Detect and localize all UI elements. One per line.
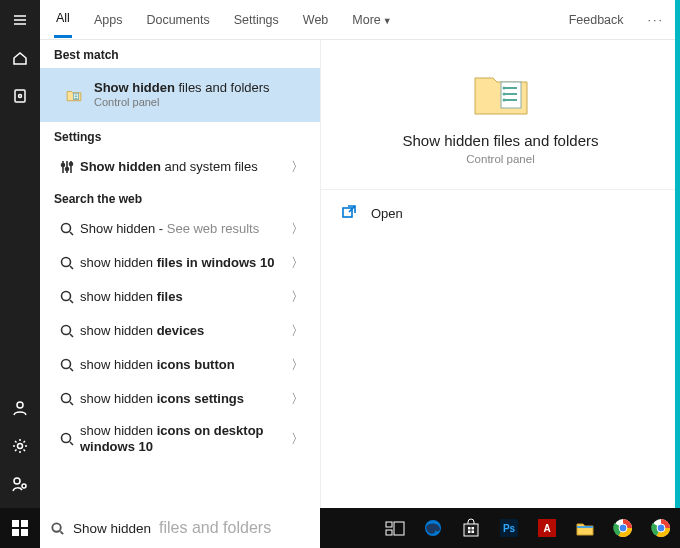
start-rail (0, 0, 40, 508)
svg-rect-28 (386, 530, 392, 535)
tab-documents[interactable]: Documents (144, 3, 211, 37)
taskbar-search[interactable]: Show hidden files and folders (40, 508, 320, 548)
result-web-6[interactable]: show hidden icons on desktop windows 10 … (40, 416, 320, 463)
svg-text:Ps: Ps (503, 523, 516, 534)
svg-rect-34 (468, 531, 471, 534)
svg-point-4 (14, 478, 20, 484)
window-edge (675, 0, 680, 508)
document-icon[interactable] (12, 88, 28, 108)
svg-point-8 (66, 168, 69, 171)
hamburger-icon[interactable] (12, 12, 28, 32)
svg-rect-0 (15, 90, 25, 102)
svg-point-2 (17, 402, 23, 408)
power-icon[interactable] (12, 476, 28, 496)
svg-point-14 (62, 360, 71, 369)
svg-text:A: A (543, 523, 550, 534)
feedback-link[interactable]: Feedback (567, 3, 626, 37)
svg-rect-31 (464, 524, 478, 536)
gear-icon[interactable] (12, 438, 28, 458)
tab-all[interactable]: All (54, 1, 72, 38)
search-typed-text: Show hidden (73, 521, 151, 536)
result-best-match[interactable]: Show hidden files and folders Control pa… (40, 68, 320, 122)
tab-settings[interactable]: Settings (232, 3, 281, 37)
svg-point-15 (62, 394, 71, 403)
chevron-right-icon[interactable]: 〉 (285, 322, 310, 340)
chevron-right-icon[interactable]: 〉 (285, 356, 310, 374)
preview-title: Show hidden files and folders (337, 132, 664, 149)
svg-point-5 (22, 484, 26, 488)
svg-point-26 (52, 523, 60, 531)
results-column: Best match Show hidden files and folders… (40, 40, 320, 508)
svg-point-10 (62, 224, 71, 233)
svg-rect-25 (21, 529, 28, 536)
section-web: Search the web (40, 184, 320, 212)
svg-rect-32 (468, 527, 471, 530)
account-icon[interactable] (12, 400, 28, 420)
result-web-4[interactable]: show hidden icons button 〉 (40, 348, 320, 382)
acrobat-icon[interactable]: A (528, 508, 566, 548)
svg-rect-27 (386, 522, 392, 527)
tab-apps[interactable]: Apps (92, 3, 125, 37)
start-button[interactable] (0, 508, 40, 548)
search-tabs: All Apps Documents Settings Web More▼ Fe… (40, 0, 680, 40)
taskbar: Show hidden files and folders Ps A (0, 508, 680, 548)
section-settings: Settings (40, 122, 320, 150)
result-web-1[interactable]: show hidden files in windows 10 〉 (40, 246, 320, 280)
svg-point-13 (62, 326, 71, 335)
result-web-3[interactable]: show hidden devices 〉 (40, 314, 320, 348)
svg-point-9 (70, 163, 73, 166)
store-icon[interactable] (452, 508, 490, 548)
preview-folder-icon (337, 66, 664, 118)
svg-point-12 (62, 292, 71, 301)
search-icon (54, 431, 80, 447)
folder-settings-icon (54, 87, 94, 103)
search-icon (54, 221, 80, 237)
chevron-right-icon[interactable]: 〉 (285, 254, 310, 272)
svg-rect-35 (472, 531, 475, 534)
sliders-icon (54, 159, 80, 175)
search-icon (54, 289, 80, 305)
chevron-right-icon[interactable]: 〉 (285, 288, 310, 306)
result-web-0[interactable]: Show hidden - See web results 〉 (40, 212, 320, 246)
search-icon (54, 255, 80, 271)
result-web-5[interactable]: show hidden icons settings 〉 (40, 382, 320, 416)
home-icon[interactable] (12, 50, 28, 70)
tab-web[interactable]: Web (301, 3, 330, 37)
open-icon (341, 204, 357, 223)
search-icon (54, 323, 80, 339)
edge-icon[interactable] (414, 508, 452, 548)
chevron-right-icon[interactable]: 〉 (285, 220, 310, 238)
explorer-icon[interactable] (566, 508, 604, 548)
chevron-right-icon[interactable]: 〉 (285, 430, 310, 448)
tab-more[interactable]: More▼ (350, 3, 393, 37)
chevron-right-icon[interactable]: 〉 (285, 390, 310, 408)
svg-rect-29 (394, 522, 404, 535)
svg-point-3 (18, 444, 23, 449)
svg-point-19 (502, 93, 505, 96)
section-best-match: Best match (40, 40, 320, 68)
svg-point-16 (62, 434, 71, 443)
search-suggestion-text: files and folders (159, 519, 271, 537)
svg-point-11 (62, 258, 71, 267)
preview-pane: Show hidden files and folders Control pa… (320, 40, 680, 508)
svg-point-7 (62, 164, 65, 167)
svg-rect-40 (577, 526, 593, 528)
taskview-icon[interactable] (376, 508, 414, 548)
result-setting-0[interactable]: Show hidden and system files 〉 (40, 150, 320, 184)
result-web-2[interactable]: show hidden files 〉 (40, 280, 320, 314)
search-icon (54, 391, 80, 407)
svg-rect-23 (21, 520, 28, 527)
photoshop-icon[interactable]: Ps (490, 508, 528, 548)
chevron-right-icon[interactable]: 〉 (285, 158, 310, 176)
overflow-menu[interactable]: ··· (646, 3, 666, 37)
search-panel: All Apps Documents Settings Web More▼ Fe… (40, 0, 680, 508)
svg-point-20 (502, 99, 505, 102)
svg-point-18 (502, 87, 505, 90)
chrome-icon-1[interactable] (604, 508, 642, 548)
preview-subtitle: Control panel (337, 153, 664, 165)
svg-rect-22 (12, 520, 19, 527)
open-action[interactable]: Open (337, 190, 664, 237)
search-icon (54, 357, 80, 373)
chrome-icon-2[interactable] (642, 508, 680, 548)
svg-point-1 (19, 95, 22, 98)
